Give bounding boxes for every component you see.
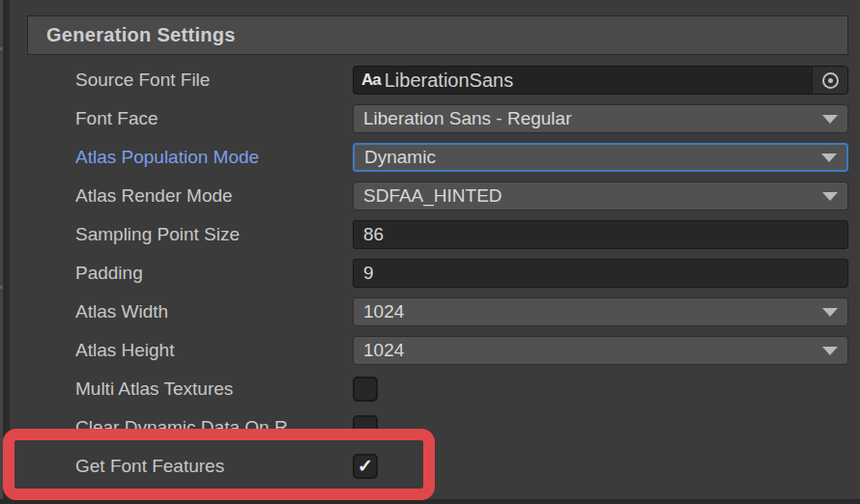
atlas-height-value: 1024 (354, 340, 822, 361)
source-font-file-label: Source Font File (75, 66, 348, 95)
padding-value: 9 (354, 263, 374, 284)
font-face-value: Liberation Sans - Regular (354, 108, 822, 129)
chevron-down-icon (822, 115, 838, 124)
row-clear-dynamic-data: Clear Dynamic Data On R (0, 413, 860, 442)
atlas-population-mode-value: Dynamic (355, 147, 821, 168)
chevron-down-icon (821, 154, 837, 162)
font-face-label: Font Face (75, 104, 348, 133)
row-atlas-height: Atlas Height 1024 (0, 336, 860, 365)
left-edge-tick (0, 47, 3, 50)
object-picker-icon (822, 72, 839, 89)
atlas-render-mode-value: SDFAA_HINTED (354, 185, 822, 207)
section-header-generation-settings[interactable]: Generation Settings (27, 15, 848, 55)
atlas-width-label: Atlas Width (75, 297, 348, 326)
chevron-down-icon (822, 347, 838, 355)
row-atlas-width: Atlas Width 1024 (0, 297, 860, 326)
row-source-font-file: Source Font File Aa LiberationSans (0, 66, 860, 95)
panel-bottom-edge (0, 499, 860, 504)
get-font-features-label: Get Font Features (75, 452, 348, 481)
font-asset-icon: Aa (354, 70, 385, 90)
atlas-population-mode-dropdown[interactable]: Dynamic (353, 143, 848, 172)
padding-input[interactable]: 9 (353, 259, 848, 288)
section-title: Generation Settings (28, 24, 236, 46)
atlas-population-mode-label: Atlas Population Mode (75, 143, 348, 172)
atlas-render-mode-dropdown[interactable]: SDFAA_HINTED (353, 182, 848, 210)
sampling-point-size-label: Sampling Point Size (75, 220, 348, 249)
row-multi-atlas-textures: Multi Atlas Textures (0, 375, 860, 404)
get-font-features-checkbox[interactable]: ✓ (353, 454, 378, 479)
font-face-dropdown[interactable]: Liberation Sans - Regular (353, 104, 848, 133)
padding-label: Padding (75, 259, 348, 288)
inspector-generation-settings-panel: Generation Settings Source Font File Aa … (0, 0, 860, 504)
atlas-width-value: 1024 (354, 301, 822, 322)
object-picker-button[interactable] (812, 67, 847, 94)
clear-dynamic-data-checkbox[interactable] (353, 415, 378, 440)
row-font-face: Font Face Liberation Sans - Regular (0, 104, 860, 133)
row-atlas-render-mode: Atlas Render Mode SDFAA_HINTED (0, 182, 860, 210)
row-sampling-point-size: Sampling Point Size 86 (0, 220, 860, 249)
atlas-height-dropdown[interactable]: 1024 (353, 336, 848, 365)
row-atlas-population-mode: Atlas Population Mode Dynamic (0, 143, 860, 172)
chevron-down-icon (822, 192, 838, 201)
atlas-render-mode-label: Atlas Render Mode (75, 182, 348, 210)
chevron-down-icon (822, 308, 838, 317)
source-font-file-object-field[interactable]: Aa LiberationSans (353, 66, 848, 95)
row-get-font-features: Get Font Features ✓ (0, 452, 860, 481)
multi-atlas-textures-label: Multi Atlas Textures (75, 375, 348, 404)
multi-atlas-textures-checkbox[interactable] (353, 377, 378, 402)
sampling-point-size-value: 86 (354, 224, 384, 245)
atlas-height-label: Atlas Height (75, 336, 348, 365)
source-font-file-value: LiberationSans (385, 67, 812, 94)
clear-dynamic-data-label: Clear Dynamic Data On R (75, 413, 348, 442)
atlas-width-dropdown[interactable]: 1024 (353, 297, 848, 326)
sampling-point-size-input[interactable]: 86 (353, 220, 848, 249)
row-padding: Padding 9 (0, 259, 860, 288)
